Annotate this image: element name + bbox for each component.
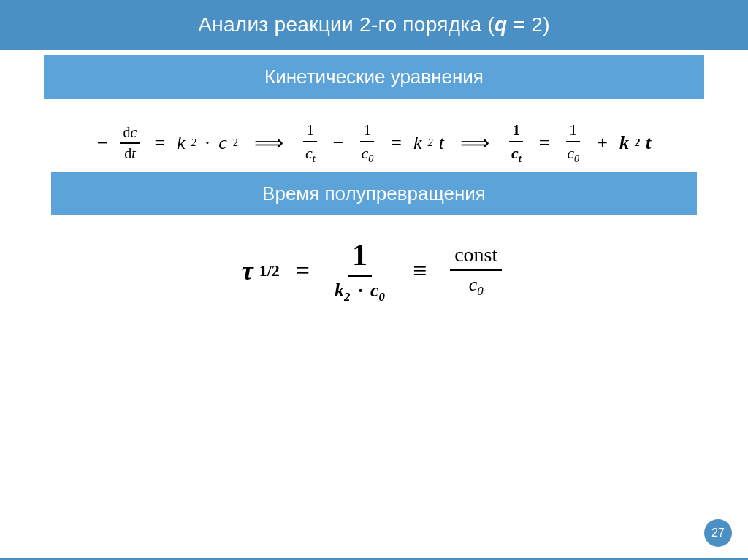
arrow1: ⟹ bbox=[254, 131, 283, 155]
eq2: = bbox=[391, 132, 402, 154]
title-bar: Анализ реакции 2-го порядка (q = 2) bbox=[0, 0, 748, 50]
eq4: = bbox=[296, 257, 310, 285]
title-text: Анализ реакции 2-го порядка (q = 2) bbox=[198, 13, 550, 36]
arrow2: ⟹ bbox=[460, 131, 489, 155]
kinetic-equation: − dc dt = k2 · c2 ⟹ 1 ct − bbox=[97, 120, 652, 165]
fraction-dc-dt: dc dt bbox=[120, 124, 140, 162]
tau-subscript: 1/2 bbox=[259, 261, 280, 280]
fraction-1-c0-second: 1 c0 bbox=[564, 120, 582, 165]
half-life-label-text: Время полупревращения bbox=[262, 183, 486, 204]
subtitle-text: Кинетические уравнения bbox=[264, 66, 484, 88]
kinetic-equation-section: − dc dt = k2 · c2 ⟹ 1 ct − bbox=[22, 99, 726, 172]
eq1: = bbox=[154, 132, 165, 154]
t-term: t bbox=[439, 132, 444, 154]
fraction-1-ct: 1 ct bbox=[302, 120, 318, 165]
half-life-equation: τ 1/2 = 1 k2 · c0 ≡ const bbox=[242, 237, 507, 304]
fraction-1-c0-first: 1 c0 bbox=[358, 120, 376, 165]
dot-den: · bbox=[358, 280, 363, 301]
plus-sign: + bbox=[597, 132, 608, 154]
fraction-1-ct-bold: 1 ct bbox=[508, 120, 524, 165]
equiv-sign: ≡ bbox=[413, 257, 427, 285]
content-area: Кинетические уравнения − dc dt = k2 · c2… bbox=[0, 50, 748, 558]
title-variable: q bbox=[495, 13, 507, 36]
dot1: · bbox=[205, 132, 210, 154]
half-life-equation-section: τ 1/2 = 1 k2 · c0 ≡ const bbox=[22, 215, 726, 326]
subtitle-bar: Кинетические уравнения bbox=[44, 55, 704, 99]
c0-den: c bbox=[370, 280, 379, 301]
k2t-bold: k bbox=[619, 132, 629, 154]
c-squared: c bbox=[218, 132, 227, 154]
half-life-label-bar: Время полупревращения bbox=[51, 172, 697, 215]
k2-den: k bbox=[335, 280, 344, 301]
k2t-term: k bbox=[413, 132, 422, 154]
eq3: = bbox=[539, 132, 550, 154]
minus2: − bbox=[333, 132, 344, 154]
k2-term: k bbox=[177, 132, 186, 154]
tau-symbol: τ bbox=[242, 256, 253, 286]
slide: Анализ реакции 2-го порядка (q = 2) Кине… bbox=[0, 0, 748, 560]
big-fraction-halflife: 1 k2 · c0 bbox=[330, 237, 389, 304]
minus-sign: − bbox=[97, 131, 109, 155]
slide-number: 27 bbox=[704, 519, 732, 547]
big-fraction-const: const c0 bbox=[450, 243, 502, 299]
